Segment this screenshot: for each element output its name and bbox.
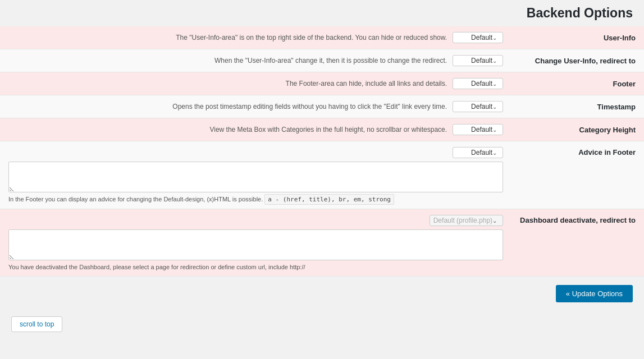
- table-row: The "User-Info-area" is on the top right…: [0, 26, 644, 49]
- footer-select[interactable]: ⌄ Default: [453, 78, 503, 89]
- code-hint: a - (href, title), br, em, strong: [264, 194, 394, 205]
- timestamp-select[interactable]: ⌄ Default: [453, 101, 503, 112]
- table-row: When the "User-Info-area" change it, the…: [0, 49, 644, 72]
- advice-footer-select[interactable]: ⌄ Default: [453, 147, 503, 158]
- chevron-down-icon: ⌄: [492, 127, 497, 133]
- options-table: The "User-Info-area" is on the top right…: [0, 26, 644, 277]
- bottom-bar: « Update Options: [0, 277, 644, 311]
- footer-select-value: Default: [456, 80, 492, 88]
- advice-footer-select-value: Default: [456, 149, 492, 157]
- chevron-down-icon: ⌄: [492, 81, 497, 87]
- scroll-top-area: scroll to top: [0, 311, 644, 338]
- row-control-category-height: View the Meta Box with Categories in the…: [0, 118, 511, 141]
- page-title-text: Backend Options: [527, 6, 633, 20]
- table-row: ⌄ Default (profile.php) You have deactiv…: [0, 209, 644, 277]
- table-row: ⌄ Default In the Footer you can display …: [0, 141, 644, 209]
- dashboard-deactivate-note: You have deactivated the Dashboard, plea…: [8, 264, 305, 270]
- footer-description: The Footer-area can hide, include all li…: [286, 80, 447, 88]
- user-info-description: The "User-Info-area" is on the top right…: [176, 34, 447, 42]
- footer-label: Footer: [511, 72, 644, 95]
- user-info-select-value: Default: [456, 34, 492, 42]
- row-control-advice-footer: ⌄ Default In the Footer you can display …: [0, 141, 511, 209]
- advice-footer-label: Advice in Footer: [511, 141, 644, 209]
- row-control-footer: The Footer-area can hide, include all li…: [0, 72, 511, 95]
- dashboard-deactivate-textarea[interactable]: [8, 229, 503, 260]
- update-options-button[interactable]: « Update Options: [556, 285, 633, 302]
- chevron-down-icon: ⌄: [492, 35, 497, 41]
- dashboard-deactivate-select[interactable]: ⌄ Default (profile.php): [430, 215, 503, 226]
- table-row: The Footer-area can hide, include all li…: [0, 72, 644, 95]
- chevron-down-icon: ⌄: [492, 150, 497, 156]
- category-height-label: Category Height: [511, 118, 644, 141]
- page-wrapper: Backend Options The "User-Info-area" is …: [0, 0, 644, 359]
- change-user-info-description: When the "User-Info-area" change it, the…: [214, 57, 447, 65]
- advice-footer-note: In the Footer you can display an advice …: [8, 196, 394, 203]
- timestamp-label: Timestamp: [511, 95, 644, 118]
- scroll-top-button[interactable]: scroll to top: [11, 316, 62, 332]
- chevron-down-icon: ⌄: [492, 104, 497, 110]
- chevron-down-icon: ⌄: [492, 58, 497, 64]
- category-height-select[interactable]: ⌄ Default: [453, 124, 503, 135]
- row-control-dashboard-deactivate: ⌄ Default (profile.php) You have deactiv…: [0, 209, 511, 277]
- row-control-timestamp: Opens the post timestamp editing fields …: [0, 95, 511, 118]
- chevron-down-icon: ⌄: [492, 218, 497, 224]
- timestamp-description: Opens the post timestamp editing fields …: [172, 103, 447, 111]
- dashboard-deactivate-select-value: Default (profile.php): [433, 217, 492, 224]
- advice-footer-textarea[interactable]: [8, 162, 503, 192]
- user-info-label: User-Info: [511, 26, 644, 49]
- row-control-change-user-info: When the "User-Info-area" change it, the…: [0, 49, 511, 72]
- change-user-info-label: Change User-Info, redirect to: [511, 49, 644, 72]
- category-height-select-value: Default: [456, 126, 492, 134]
- table-row: View the Meta Box with Categories in the…: [0, 118, 644, 141]
- change-user-info-select[interactable]: ⌄ Default: [453, 55, 503, 66]
- category-height-description: View the Meta Box with Categories in the…: [209, 126, 447, 134]
- table-row: Opens the post timestamp editing fields …: [0, 95, 644, 118]
- dashboard-deactivate-label: Dashboard deactivate, redirect to: [511, 209, 644, 277]
- change-user-info-select-value: Default: [456, 57, 492, 65]
- row-control-user-info: The "User-Info-area" is on the top right…: [0, 26, 511, 49]
- timestamp-select-value: Default: [456, 103, 492, 111]
- page-title: Backend Options: [0, 0, 644, 26]
- user-info-select[interactable]: ⌄ Default: [453, 32, 503, 43]
